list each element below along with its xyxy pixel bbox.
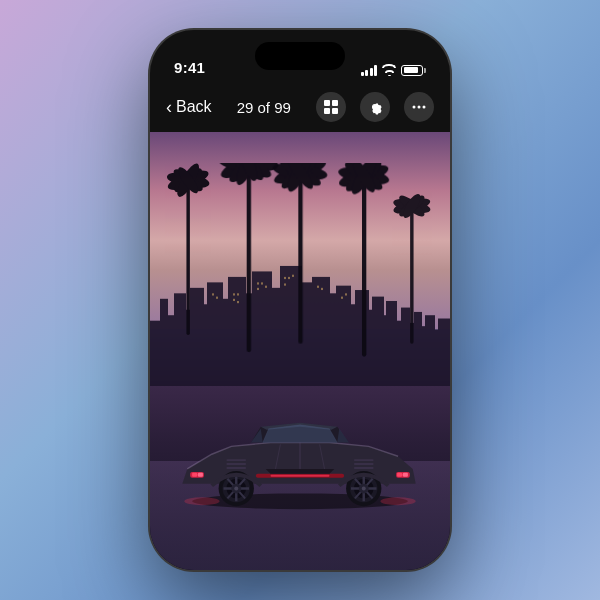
svg-rect-100 [354, 463, 374, 465]
svg-rect-50 [284, 283, 286, 285]
svg-rect-99 [354, 460, 374, 462]
svg-rect-2 [324, 108, 330, 114]
back-button[interactable]: ‹ Back [166, 98, 212, 116]
back-chevron-icon: ‹ [166, 98, 172, 116]
svg-rect-111 [271, 475, 330, 477]
svg-rect-108 [397, 473, 402, 477]
car-layer [173, 415, 428, 517]
svg-rect-39 [233, 293, 235, 295]
svg-rect-40 [237, 293, 239, 295]
wifi-icon [382, 64, 396, 76]
svg-rect-55 [212, 293, 214, 295]
photo-scene [150, 132, 450, 570]
svg-rect-101 [354, 467, 374, 469]
svg-rect-20 [280, 266, 302, 386]
svg-point-131 [380, 498, 415, 506]
svg-rect-98 [226, 467, 246, 469]
svg-rect-51 [317, 285, 319, 287]
svg-rect-48 [288, 277, 290, 279]
svg-point-4 [412, 106, 415, 109]
svg-rect-104 [192, 473, 197, 477]
status-icons [361, 64, 427, 76]
svg-rect-47 [284, 277, 286, 279]
cityscape-layer [150, 255, 450, 386]
svg-rect-41 [233, 298, 235, 300]
svg-rect-96 [226, 460, 246, 462]
svg-rect-105 [198, 473, 203, 477]
svg-rect-1 [332, 100, 338, 106]
svg-point-129 [362, 487, 366, 491]
svg-rect-97 [226, 463, 246, 465]
back-label: Back [176, 98, 212, 116]
signal-icon [361, 64, 378, 76]
svg-rect-45 [257, 288, 259, 290]
svg-rect-43 [257, 282, 259, 284]
more-icon [411, 99, 427, 115]
svg-rect-53 [341, 296, 343, 298]
svg-rect-56 [216, 296, 218, 298]
dynamic-island [255, 42, 345, 70]
nav-bar: ‹ Back 29 of 99 [150, 84, 450, 132]
svg-point-6 [422, 106, 425, 109]
grid-icon [323, 99, 339, 115]
more-options-button[interactable] [404, 92, 434, 122]
svg-rect-3 [332, 108, 338, 114]
gear-icon [367, 99, 383, 115]
status-time: 9:41 [174, 59, 205, 76]
battery-icon [401, 65, 426, 76]
svg-rect-109 [403, 473, 408, 477]
phone-shell: 9:41 ‹ Back 29 of 99 [150, 30, 450, 570]
settings-button[interactable] [360, 92, 390, 122]
photo-counter: 29 of 99 [237, 99, 291, 116]
svg-rect-0 [324, 100, 330, 106]
svg-rect-38 [438, 318, 450, 386]
svg-rect-52 [321, 288, 323, 290]
nav-actions [316, 92, 434, 122]
svg-rect-42 [237, 301, 239, 303]
svg-rect-46 [265, 285, 267, 287]
svg-rect-54 [345, 293, 347, 295]
photo-area [150, 132, 450, 570]
svg-point-5 [417, 106, 420, 109]
grid-view-button[interactable] [316, 92, 346, 122]
svg-point-130 [184, 498, 219, 506]
svg-point-120 [234, 487, 238, 491]
svg-rect-49 [292, 274, 294, 276]
svg-rect-44 [261, 282, 263, 284]
